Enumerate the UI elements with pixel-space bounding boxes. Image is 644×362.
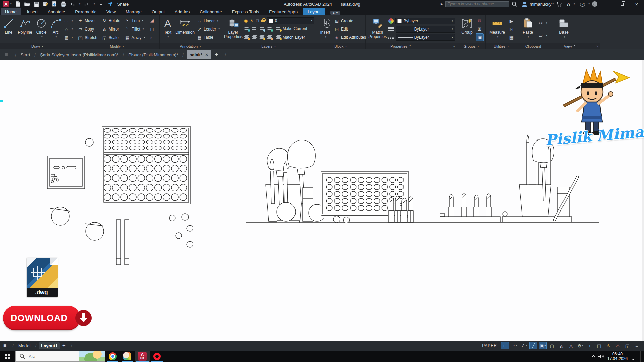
layer-state-icon[interactable] (259, 35, 265, 39)
linetype-dropdown[interactable]: ByLayer▾ (396, 34, 455, 41)
move-button[interactable]: +Move (76, 16, 100, 25)
measure-button[interactable]: Measure▾ (487, 16, 507, 42)
search-expand-icon[interactable]: ▶ (441, 2, 443, 6)
isolate-objects-icon[interactable]: ◳ (595, 342, 603, 349)
paper-space-label[interactable]: PAPER (482, 343, 497, 348)
tab-annotate[interactable]: Annotate (43, 8, 69, 15)
username-label[interactable]: mimarlucky (530, 2, 552, 7)
copy-clip-icon[interactable]: ▱▾ (537, 31, 548, 40)
object-color-dropdown[interactable]: ByLayer▾ (395, 18, 455, 24)
paste-button[interactable]: Paste▾ (519, 16, 537, 42)
grid-display-icon[interactable]: ∟ (501, 342, 509, 349)
undo-caret-icon[interactable]: ▾ (79, 3, 81, 5)
base-button[interactable]: Base▾ (554, 16, 574, 42)
redo-caret-icon[interactable]: ▾ (94, 3, 95, 5)
layer-thaw-icon[interactable]: ☀ (250, 18, 254, 23)
help-search-input[interactable] (446, 2, 509, 6)
circle-button[interactable]: Circle▾ (34, 16, 49, 42)
file-tab-sarki[interactable]: Şarkı Söyleyen İnsan (PislikMimar.com)* (39, 50, 120, 59)
polyline-button[interactable]: Polyline (16, 16, 34, 42)
draw-panel-footer[interactable]: Draw▾ (0, 43, 74, 49)
help-search-box[interactable] (445, 1, 509, 7)
new-drawing-icon[interactable]: + (215, 51, 219, 59)
taskbar-chrome-icon[interactable] (105, 351, 120, 362)
workspace-switching-icon[interactable]: + (586, 342, 594, 349)
search-icon[interactable] (512, 1, 517, 7)
array-button[interactable]: ▦Array▾ (124, 34, 148, 42)
edit-attributes-button[interactable]: ◈Edit Attributes▾ (333, 33, 364, 41)
minimize-button[interactable] (600, 0, 614, 8)
open-file-icon[interactable] (24, 1, 30, 7)
layer-on-icon[interactable]: ◉ (244, 18, 248, 23)
fillet-button[interactable]: ◝Fillet▾ (124, 25, 148, 33)
close-tab-icon[interactable]: ✕ (205, 52, 209, 57)
stretch-button[interactable]: ◰Stretch (76, 34, 100, 42)
action-center-icon[interactable] (631, 354, 637, 359)
arc-button[interactable]: Arc▾ (49, 16, 63, 42)
layer-walk-icon[interactable] (244, 35, 250, 39)
ribbon-collapse-button[interactable]: ▲ ▼ (330, 11, 340, 15)
tab-output[interactable]: Output (147, 8, 169, 15)
group-selection-icon[interactable]: ▣ (476, 33, 484, 41)
taskbar-search-input[interactable] (28, 354, 61, 359)
layer-vpfreeze-icon[interactable] (267, 26, 273, 31)
taskbar-paint-icon[interactable] (120, 351, 135, 362)
ellipse-tool-icon[interactable]: ◌▾ (63, 25, 73, 33)
rectangle-tool-icon[interactable]: ▭▾ (63, 17, 73, 25)
layout-menu-icon[interactable]: ≡ (3, 343, 6, 349)
file-tabs-menu-icon[interactable]: ≡ (5, 52, 8, 58)
start-button[interactable] (0, 351, 15, 362)
properties-panel-footer[interactable]: Properties▾↘ (366, 43, 457, 49)
volume-icon[interactable] (598, 354, 604, 359)
tab-insert[interactable]: Insert (22, 8, 42, 15)
undo-icon[interactable] (69, 1, 75, 7)
ortho-mode-icon[interactable]: ╱ (529, 342, 537, 349)
clipboard-panel-footer[interactable]: Clipboard (517, 43, 549, 49)
select-window-icon[interactable]: ⊡ (507, 25, 516, 33)
tab-express-tools[interactable]: Express Tools (228, 8, 264, 15)
tab-featured-apps[interactable]: Featured Apps (265, 8, 302, 15)
new-layout-icon[interactable]: + (62, 342, 66, 349)
create-block-button[interactable]: ⊞Create (333, 17, 364, 25)
insert-block-button[interactable]: Insert▾ (317, 16, 333, 42)
annotation-scale-icon[interactable]: ⚙▾ (576, 342, 584, 349)
group-edit-icon[interactable]: ⊞ (476, 25, 484, 33)
match-properties-button[interactable]: Match Properties (367, 16, 388, 42)
layer-unlock-icon[interactable] (261, 18, 265, 24)
layer-dropdown[interactable]: 0 ▾ (267, 17, 314, 24)
qat-customize-icon[interactable] (98, 1, 104, 7)
tab-add-ins[interactable]: Add-ins (170, 8, 194, 15)
assistant-icon[interactable] (592, 1, 597, 7)
vertical-scrollbar[interactable] (642, 60, 644, 341)
show-desktop-button[interactable] (640, 351, 642, 362)
layer-merge-icon[interactable] (267, 35, 273, 39)
block-panel-footer[interactable]: Block▾ (316, 43, 365, 49)
clock[interactable]: 06:40 17.04.2026 (607, 352, 628, 361)
tab-collaborate[interactable]: Collaborate (195, 8, 226, 15)
selection-cycling-icon[interactable]: ▢ (548, 342, 556, 349)
properties-launcher-icon[interactable]: ↘ (452, 45, 455, 48)
annotation-visibility-icon[interactable]: ◭ (557, 342, 566, 349)
app-menu-caret-icon[interactable]: ▾ (10, 3, 12, 5)
copy-button[interactable]: ▱Copy (76, 25, 100, 33)
text-button[interactable]: A Text▾ (161, 16, 174, 42)
save-as-icon[interactable] (42, 1, 48, 7)
groups-panel-footer[interactable]: Groups▾ (457, 43, 485, 49)
taskbar-autocad-icon[interactable]: ACAD (135, 351, 150, 362)
file-tab-salak[interactable]: salak*✕ (187, 50, 211, 59)
taskbar-search-box[interactable] (15, 351, 105, 362)
layer-prev-icon[interactable] (252, 35, 257, 39)
line-button[interactable]: Line (1, 16, 16, 42)
autodesk-logo-icon[interactable]: A (567, 1, 570, 7)
modify-panel-footer[interactable]: Modify▾ (74, 43, 159, 49)
object-snap-icon[interactable]: ▣▾ (539, 342, 547, 349)
help-icon[interactable]: ? (580, 2, 585, 7)
cad-drawing[interactable] (0, 60, 644, 341)
drawing-canvas[interactable]: Pislik Mimar .dwg DOWNLOAD (0, 60, 644, 341)
tab-layout[interactable]: Layout (303, 8, 325, 15)
layer-lock-icon[interactable] (259, 26, 265, 31)
new-file-icon[interactable] (15, 1, 21, 7)
quick-select-icon[interactable]: ▶ (507, 17, 516, 25)
tab-home[interactable]: Home (1, 8, 21, 15)
plot-icon[interactable] (51, 1, 57, 7)
